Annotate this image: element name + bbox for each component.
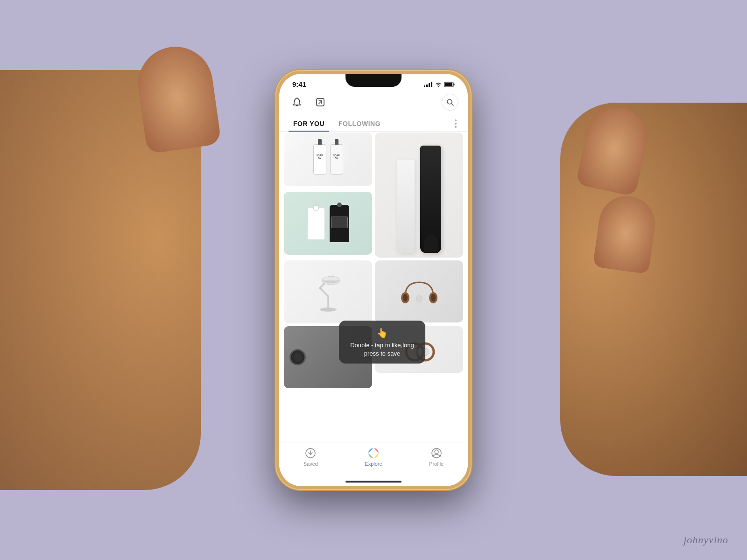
tooltip-text: Double - tap to like,long press to save	[350, 342, 414, 357]
status-time: 9:41	[292, 80, 306, 88]
svg-rect-1	[445, 83, 452, 86]
nav-profile[interactable]: Profile	[423, 447, 451, 467]
svg-rect-2	[454, 84, 455, 85]
svg-line-5	[451, 104, 453, 105]
top-bar-left-icons	[289, 94, 329, 111]
search-button[interactable]	[442, 94, 458, 111]
signal-icon	[424, 82, 432, 87]
svg-point-15	[416, 295, 422, 302]
grid-item-lamp[interactable]	[284, 260, 372, 323]
camera-lens	[289, 349, 306, 365]
headphones-illustration	[401, 275, 438, 308]
nav-explore[interactable]: Explore	[359, 447, 388, 467]
top-action-bar	[279, 90, 468, 114]
saved-icon	[304, 447, 317, 459]
double-tap-tooltip: 👆 Double - tap to like,long press to sav…	[339, 321, 425, 364]
explore-label: Explore	[365, 461, 382, 467]
laundry-black	[330, 205, 349, 242]
profile-label: Profile	[429, 461, 444, 467]
laundry-white	[307, 207, 325, 240]
share-button[interactable]	[312, 94, 329, 111]
soap-bottle-1: SOAPOY	[313, 144, 326, 175]
grid-item-soap[interactable]: SOAPOY SOAPOY	[284, 133, 372, 186]
bottom-navigation: Saved	[279, 442, 468, 486]
nav-saved[interactable]: Saved	[296, 447, 324, 467]
soap-bottle-2: SOAPOY	[330, 144, 343, 175]
home-indicator	[345, 481, 402, 483]
tab-for-you[interactable]: FOR YOU	[289, 116, 329, 131]
grid-item-headphones[interactable]	[375, 260, 463, 322]
explore-icon	[367, 447, 380, 459]
tooltip-hand-icon: 👆	[347, 326, 417, 339]
scene: 9:41	[0, 0, 747, 560]
svg-point-14	[431, 294, 436, 301]
profile-icon	[430, 447, 443, 459]
saved-label: Saved	[303, 461, 318, 467]
phone-frame: 9:41	[275, 70, 472, 490]
tall-bottle-black	[420, 146, 441, 253]
svg-point-10	[320, 307, 337, 311]
status-icons	[424, 82, 455, 87]
tabs-more-button[interactable]	[453, 118, 458, 130]
share-icon	[315, 97, 325, 107]
grid-item-tall-bottles[interactable]	[375, 133, 463, 258]
grid-item-laundry[interactable]	[284, 192, 372, 255]
search-icon	[446, 98, 454, 106]
watermark: johnyvino	[684, 534, 728, 546]
svg-line-7	[320, 288, 328, 296]
notifications-button[interactable]	[289, 94, 305, 111]
notch	[338, 74, 409, 88]
bell-icon	[292, 97, 302, 107]
battery-icon	[444, 82, 455, 87]
tab-following[interactable]: FOLLOWING	[334, 116, 385, 131]
phone-screen: 9:41	[279, 74, 468, 486]
lamp-illustration	[310, 271, 347, 313]
feed-tabs: FOR YOU FOLLOWING	[279, 114, 468, 132]
svg-point-12	[403, 294, 408, 301]
grid-scroll-area[interactable]: SOAPOY SOAPOY	[279, 130, 468, 442]
tall-bottle-white	[397, 160, 415, 253]
finger-top	[133, 42, 221, 154]
svg-point-26	[435, 450, 438, 454]
wifi-icon	[435, 82, 442, 87]
